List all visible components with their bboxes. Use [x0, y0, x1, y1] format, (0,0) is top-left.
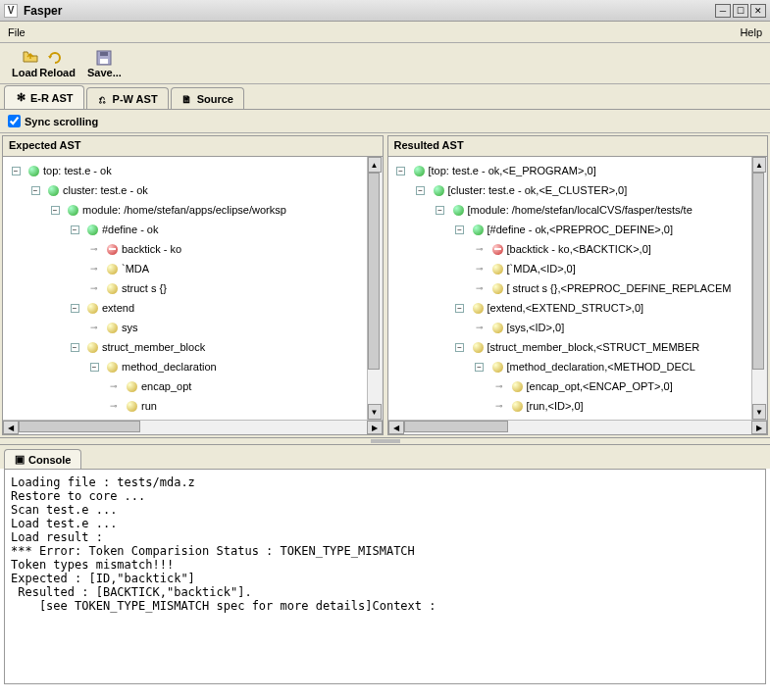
warn-icon: [473, 303, 484, 314]
node-label: [module: /home/stefan/localCVS/fasper/te…: [468, 204, 693, 216]
tree-node[interactable]: `MDA: [3, 259, 367, 278]
tree-node[interactable]: [sys,<ID>,0]: [388, 318, 752, 337]
tree-node[interactable]: [module: /home/stefan/localCVS/fasper/te…: [388, 200, 752, 220]
collapse-toggle[interactable]: [455, 342, 465, 352]
console-tab[interactable]: ▣ Console: [4, 449, 81, 469]
node-label: [top: test.e - ok,<E_PROGRAM>,0]: [429, 165, 596, 176]
tree-node[interactable]: cluster: test.e - ok: [3, 180, 367, 200]
collapse-toggle[interactable]: [70, 303, 79, 313]
main-tabs: ✻ E-R AST ⎌ P-W AST 🗎 Source: [0, 84, 770, 110]
scroll-down-icon[interactable]: ▼: [752, 404, 766, 420]
leaf-handle: [475, 283, 485, 293]
minimize-button[interactable]: ─: [715, 4, 731, 18]
leaf-handle: [475, 244, 485, 254]
sync-checkbox[interactable]: [8, 115, 21, 127]
warn-icon: [87, 303, 98, 314]
tree-node[interactable]: [run,<ID>,0]: [388, 396, 752, 416]
tree-node[interactable]: [method_declaration,<METHOD_DECL: [388, 357, 752, 376]
node-label: [#define - ok,<PREPROC_DEFINE>,0]: [488, 224, 674, 235]
node-label: [struct_member_block,<STRUCT_MEMBER: [488, 341, 700, 353]
node-label: [extend,<EXTEND_STRUCT>,0]: [488, 302, 644, 314]
tab-source[interactable]: 🗎 Source: [171, 87, 244, 109]
collapse-toggle[interactable]: [455, 225, 465, 234]
scroll-up-icon[interactable]: ▲: [752, 157, 766, 173]
node-label: backtick - ko: [122, 243, 181, 255]
resulted-tree[interactable]: [top: test.e - ok,<E_PROGRAM>,0][cluster…: [388, 157, 752, 420]
scroll-right-icon[interactable]: ▶: [751, 421, 767, 434]
tree-node[interactable]: top: test.e - ok: [3, 161, 367, 180]
tree-node[interactable]: [`MDA,<ID>,0]: [388, 259, 752, 278]
tab-er-ast[interactable]: ✻ E-R AST: [4, 85, 84, 109]
warn-icon: [492, 323, 503, 333]
collapse-toggle[interactable]: [70, 225, 79, 234]
tree-node[interactable]: [struct_member_block,<STRUCT_MEMBER: [388, 337, 752, 357]
collapse-toggle[interactable]: [436, 205, 445, 215]
save-icon: [94, 49, 114, 67]
node-label: [method_declaration,<METHOD_DECL: [507, 361, 695, 373]
scroll-down-icon[interactable]: ▼: [368, 404, 382, 420]
collapse-toggle[interactable]: [11, 166, 21, 175]
tree-node[interactable]: [ struct s {},<PREPROC_DEFINE_REPLACEM: [388, 278, 752, 298]
menu-file[interactable]: File: [8, 26, 26, 38]
scroll-right-icon[interactable]: ▶: [367, 421, 383, 434]
node-label: encap_opt: [141, 380, 191, 392]
node-label: struct_member_block: [102, 341, 205, 353]
hscrollbar[interactable]: ◀ ▶: [388, 420, 768, 434]
warn-icon: [512, 381, 523, 392]
ok-icon: [68, 205, 78, 216]
ok-icon: [414, 166, 425, 176]
document-icon: 🗎: [181, 93, 193, 105]
tab-pw-ast[interactable]: ⎌ P-W AST: [86, 87, 169, 109]
tree-node[interactable]: [encap_opt,<ENCAP_OPT>,0]: [388, 376, 752, 396]
collapse-toggle[interactable]: [30, 185, 40, 195]
hscrollbar[interactable]: ◀ ▶: [3, 420, 383, 434]
close-button[interactable]: ✕: [750, 4, 766, 18]
maximize-button[interactable]: ☐: [733, 4, 748, 18]
tree-node[interactable]: [top: test.e - ok,<E_PROGRAM>,0]: [388, 161, 752, 180]
warn-icon: [473, 342, 484, 353]
scroll-up-icon[interactable]: ▲: [368, 157, 382, 173]
tree-node[interactable]: #define - ok: [3, 220, 367, 239]
vscrollbar[interactable]: ▲ ▼: [751, 157, 767, 420]
split-handle[interactable]: [0, 437, 770, 445]
collapse-toggle[interactable]: [396, 166, 406, 175]
save-tool[interactable]: Save...: [83, 47, 126, 80]
node-label: sys: [122, 322, 138, 333]
tree-node[interactable]: backtick - ko: [3, 239, 367, 259]
leaf-handle: [494, 381, 504, 391]
tree-node[interactable]: run: [3, 396, 367, 416]
tree-node[interactable]: [cluster: test.e - ok,<E_CLUSTER>,0]: [388, 180, 752, 200]
tree-node[interactable]: [extend,<EXTEND_STRUCT>,0]: [388, 298, 752, 318]
collapse-toggle[interactable]: [475, 362, 485, 372]
split-view: Expected AST top: test.e - okcluster: te…: [0, 133, 770, 437]
tree-node[interactable]: struct s {}: [3, 278, 367, 298]
collapse-toggle[interactable]: [89, 362, 99, 372]
load-reload-tool[interactable]: LoadReload: [8, 47, 79, 80]
collapse-toggle[interactable]: [70, 342, 79, 352]
tree-node[interactable]: struct_member_block: [3, 337, 367, 357]
scroll-left-icon[interactable]: ◀: [388, 421, 404, 434]
tree-node[interactable]: [backtick - ko,<BACKTICK>,0]: [388, 239, 752, 259]
tree-node[interactable]: extend: [3, 298, 367, 318]
svg-rect-2: [100, 52, 108, 56]
collapse-toggle[interactable]: [455, 303, 465, 313]
menu-help[interactable]: Help: [740, 26, 762, 38]
tree-node[interactable]: encap_opt: [3, 376, 367, 396]
warn-icon: [87, 342, 98, 353]
scroll-left-icon[interactable]: ◀: [3, 421, 19, 434]
expected-header: Expected AST: [3, 136, 383, 157]
ok-icon: [87, 225, 98, 235]
tree-node[interactable]: sys: [3, 318, 367, 337]
vscrollbar[interactable]: ▲ ▼: [367, 157, 383, 420]
tree-icon: ✻: [15, 92, 26, 104]
tree-node[interactable]: module: /home/stefan/apps/eclipse/worksp: [3, 200, 367, 220]
leaf-handle: [494, 401, 504, 411]
collapse-toggle[interactable]: [416, 185, 426, 195]
tree-node[interactable]: [#define - ok,<PREPROC_DEFINE>,0]: [388, 220, 752, 239]
expected-tree[interactable]: top: test.e - okcluster: test.e - okmodu…: [3, 157, 367, 420]
collapse-toggle[interactable]: [50, 205, 60, 215]
console-output[interactable]: Loading file : tests/mda.z Restore to co…: [4, 469, 766, 684]
resulted-pane: Resulted AST [top: test.e - ok,<E_PROGRA…: [387, 135, 769, 435]
tree-node[interactable]: method_declaration: [3, 357, 367, 376]
warn-icon: [492, 362, 503, 373]
